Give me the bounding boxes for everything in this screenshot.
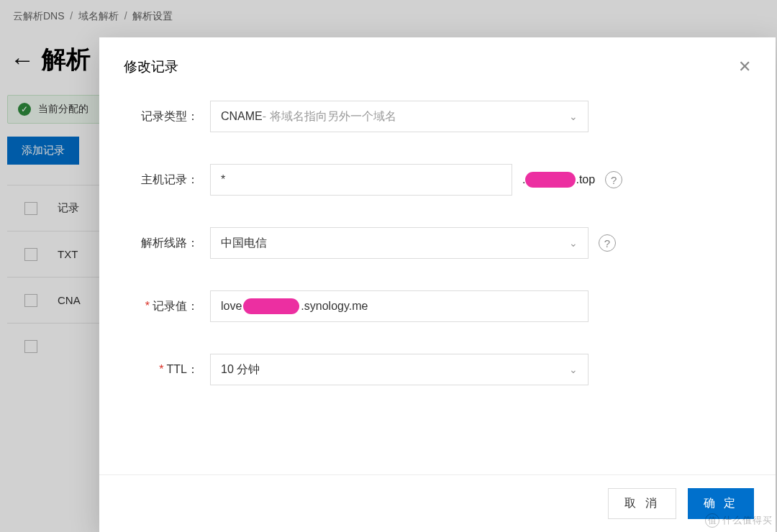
record-type-hint: - 将域名指向另外一个域名: [263, 109, 396, 124]
resolve-line-value: 中国电信: [221, 236, 267, 251]
record-value-suffix: .synology.me: [301, 300, 368, 313]
label-record-value: *记录值：: [124, 299, 210, 314]
ttl-value: 10 分钟: [221, 362, 260, 377]
domain-top: .top: [576, 173, 595, 186]
help-icon[interactable]: ?: [599, 234, 616, 252]
label-host-record: 主机记录：: [124, 173, 210, 188]
close-icon[interactable]: ✕: [738, 58, 751, 76]
redacted-domain: [525, 172, 576, 188]
redacted-value: [243, 298, 299, 314]
domain-suffix: . .top: [522, 172, 595, 188]
host-record-value: *: [221, 173, 225, 186]
label-resolve-line: 解析线路：: [124, 236, 210, 251]
edit-record-modal: 修改记录 ✕ 记录类型： CNAME - 将域名指向另外一个域名 ⌄ 主机记录：…: [99, 37, 776, 532]
ok-button[interactable]: 确 定: [688, 488, 754, 519]
resolve-line-select[interactable]: 中国电信 ⌄: [210, 227, 589, 259]
label-record-type: 记录类型：: [124, 109, 210, 124]
chevron-down-icon: ⌄: [569, 111, 578, 122]
chevron-down-icon: ⌄: [569, 364, 578, 375]
help-icon[interactable]: ?: [605, 171, 622, 188]
label-ttl: *TTL：: [124, 362, 210, 377]
modal-title: 修改记录: [124, 58, 178, 76]
record-type-value: CNAME: [221, 110, 263, 123]
record-value-input[interactable]: love.synology.me: [210, 290, 589, 322]
ttl-select[interactable]: 10 分钟 ⌄: [210, 354, 589, 385]
chevron-down-icon: ⌄: [569, 237, 578, 249]
cancel-button[interactable]: 取 消: [608, 488, 676, 519]
record-type-select[interactable]: CNAME - 将域名指向另外一个域名 ⌄: [210, 101, 589, 132]
record-value-prefix: love: [221, 300, 242, 313]
host-record-input[interactable]: *: [210, 164, 512, 196]
